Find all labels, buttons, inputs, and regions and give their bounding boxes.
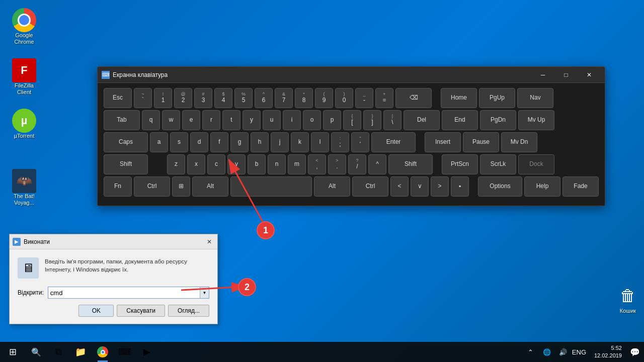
key-home[interactable]: Home xyxy=(441,88,477,108)
key-lalt[interactable]: Alt xyxy=(192,176,228,197)
key-1[interactable]: !1 xyxy=(154,88,172,108)
key-tab[interactable]: Tab xyxy=(104,110,140,130)
key-2[interactable]: @2 xyxy=(174,88,192,108)
taskbar-search-button[interactable]: 🔍 xyxy=(25,342,47,362)
key-lctrl[interactable]: Ctrl xyxy=(134,176,170,197)
key-space[interactable] xyxy=(230,176,312,197)
key-prtscn[interactable]: PrtScn xyxy=(442,154,478,174)
key-minus[interactable]: _- xyxy=(355,88,373,108)
taskbar-start-button[interactable]: ⊞ xyxy=(0,342,25,362)
key-n[interactable]: n xyxy=(268,154,286,174)
key-o[interactable]: o xyxy=(303,110,321,130)
run-browse-button[interactable]: Огляд... xyxy=(168,305,209,317)
key-d[interactable]: d xyxy=(190,132,208,152)
key-z[interactable]: z xyxy=(167,154,185,174)
key-enter[interactable]: Enter xyxy=(371,132,416,152)
key-slash[interactable]: ?/ xyxy=(348,154,366,174)
desktop-icon-recycle[interactable]: 🗑 Кошик xyxy=(608,281,644,317)
key-f[interactable]: f xyxy=(210,132,228,152)
desktop-icon-utorrent[interactable]: µ µTorrent xyxy=(4,106,44,142)
key-a[interactable]: a xyxy=(150,132,168,152)
desktop-icon-chrome[interactable]: Google Chrome xyxy=(4,5,44,48)
taskbar-file-explorer[interactable]: 📁 xyxy=(69,342,92,362)
taskbar-notification-button[interactable]: 💬 xyxy=(626,342,644,362)
key-mvup[interactable]: Mv Up xyxy=(518,110,554,130)
run-command-input[interactable] xyxy=(48,288,200,298)
key-period[interactable]: >. xyxy=(328,154,346,174)
key-backslash[interactable]: |\ xyxy=(383,110,401,130)
key-l[interactable]: l xyxy=(311,132,329,152)
taskbar-chrome[interactable] xyxy=(92,342,114,362)
key-comma[interactable]: <, xyxy=(308,154,326,174)
key-h[interactable]: h xyxy=(251,132,269,152)
key-i[interactable]: i xyxy=(283,110,301,130)
key-pgdn[interactable]: PgDn xyxy=(480,110,516,130)
key-del[interactable]: Del xyxy=(404,110,440,130)
run-cancel-button[interactable]: Скасувати xyxy=(117,305,165,317)
key-esc[interactable]: Esc xyxy=(104,88,132,108)
tray-network[interactable]: 🌐 xyxy=(540,345,554,359)
key-t[interactable]: t xyxy=(222,110,240,130)
key-b[interactable]: b xyxy=(248,154,266,174)
run-dialog-close-button[interactable]: ✕ xyxy=(204,237,214,247)
key-u[interactable]: u xyxy=(263,110,281,130)
key-pgup[interactable]: PgUp xyxy=(479,88,515,108)
key-end[interactable]: End xyxy=(442,110,478,130)
key-m[interactable]: m xyxy=(288,154,306,174)
key-lbracket[interactable]: {[ xyxy=(343,110,361,130)
key-fade[interactable]: Fade xyxy=(562,176,599,197)
key-help[interactable]: Help xyxy=(524,176,560,197)
osk-maximize-button[interactable]: □ xyxy=(554,67,578,83)
key-colon[interactable]: :; xyxy=(331,132,349,152)
key-windows[interactable]: ⊞ xyxy=(172,176,190,197)
key-6[interactable]: ^6 xyxy=(255,88,273,108)
run-dropdown-button[interactable]: ▼ xyxy=(200,287,209,298)
desktop-icon-thebat[interactable]: 🦇 The Bat! Voyag... xyxy=(4,166,44,209)
tray-sound[interactable]: 🔊 xyxy=(556,345,570,359)
key-rbracket[interactable]: }] xyxy=(363,110,381,130)
key-7[interactable]: &7 xyxy=(275,88,293,108)
key-options[interactable]: Options xyxy=(478,176,522,197)
key-ralt[interactable]: Alt xyxy=(314,176,350,197)
key-5[interactable]: %5 xyxy=(234,88,253,108)
key-fn[interactable]: Fn xyxy=(104,176,132,197)
key-app[interactable]: ▪ xyxy=(451,176,469,197)
key-down[interactable]: ∨ xyxy=(411,176,429,197)
key-k[interactable]: k xyxy=(291,132,309,152)
key-c[interactable]: c xyxy=(207,154,225,174)
key-scrlk[interactable]: ScrLk xyxy=(480,154,516,174)
key-s[interactable]: s xyxy=(170,132,188,152)
key-insert[interactable]: Insert xyxy=(425,132,461,152)
tray-chevron[interactable]: ⌃ xyxy=(524,345,538,359)
taskbar-osk[interactable]: ⌨ xyxy=(114,342,136,362)
key-left[interactable]: < xyxy=(390,176,409,197)
taskbar-run[interactable]: ▶ xyxy=(136,342,158,362)
key-q[interactable]: q xyxy=(142,110,160,130)
desktop-icon-filezilla[interactable]: F FileZilla Client xyxy=(4,55,44,99)
key-9[interactable]: (9 xyxy=(315,88,333,108)
key-rshift[interactable]: Shift xyxy=(388,154,433,174)
key-backspace[interactable]: ⌫ xyxy=(395,88,432,108)
key-right[interactable]: > xyxy=(431,176,449,197)
key-0[interactable]: )0 xyxy=(335,88,353,108)
taskbar-clock[interactable]: 5:52 12.02.2019 xyxy=(590,344,626,360)
key-caps[interactable]: Caps xyxy=(104,132,148,152)
key-nav[interactable]: Nav xyxy=(517,88,553,108)
key-quote[interactable]: "' xyxy=(351,132,369,152)
osk-close-button[interactable]: ✕ xyxy=(578,67,601,83)
run-ok-button[interactable]: OK xyxy=(78,305,114,317)
key-mvdn[interactable]: Mv Dn xyxy=(501,132,537,152)
key-e[interactable]: e xyxy=(182,110,200,130)
key-v[interactable]: v xyxy=(227,154,246,174)
key-g[interactable]: g xyxy=(230,132,249,152)
key-x[interactable]: x xyxy=(187,154,205,174)
key-pause[interactable]: Pause xyxy=(463,132,499,152)
key-up-caret[interactable]: ^ xyxy=(368,154,386,174)
key-y[interactable]: y xyxy=(243,110,261,130)
key-3[interactable]: #3 xyxy=(194,88,212,108)
key-8[interactable]: *8 xyxy=(295,88,313,108)
key-j[interactable]: j xyxy=(271,132,289,152)
key-rctrl[interactable]: Ctrl xyxy=(352,176,388,197)
key-p[interactable]: p xyxy=(323,110,341,130)
key-dock[interactable]: Dock xyxy=(518,154,554,174)
